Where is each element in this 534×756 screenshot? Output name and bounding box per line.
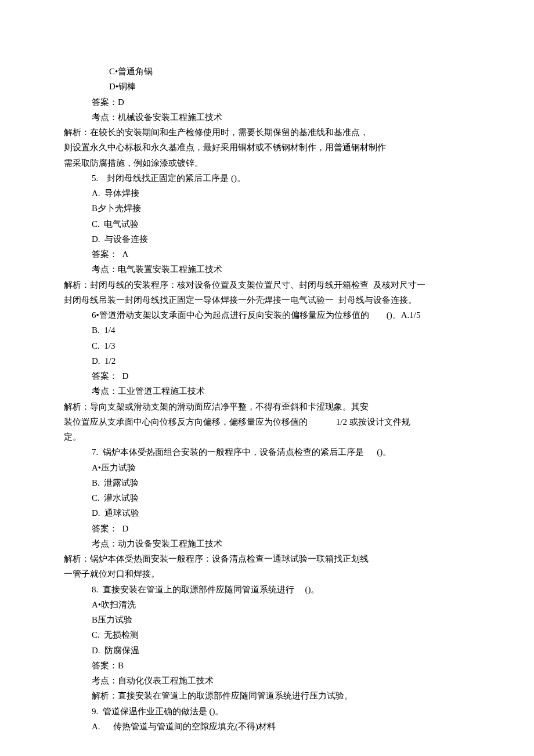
- text-line: D. 防腐保温: [64, 643, 470, 658]
- text-line: A•吹扫清洗: [64, 597, 470, 612]
- text-line: 8. 直接安装在管道上的取源部件应随同管道系统进行 ()。: [64, 582, 470, 597]
- text-line: C. 灌水试验: [64, 490, 470, 505]
- text-line: C. 1/3: [64, 338, 470, 353]
- text-line: 6•管道滑动支架以支承面中心为起点进行反向安装的偏移量应为位移值的 ()。A.1…: [64, 308, 470, 323]
- text-line: 答案： A: [64, 247, 470, 262]
- text-line: A. 导体焊接: [64, 186, 470, 201]
- text-line: 解析：导向支架或滑动支架的滑动面应洁净平整，不得有歪斜和卡涩现象。其安: [64, 399, 470, 414]
- text-line: B夕卜壳焊接: [64, 201, 470, 216]
- text-line: 答案：B: [64, 658, 470, 673]
- text-line: D. 1/2: [64, 353, 470, 368]
- text-line: 定。: [64, 429, 470, 444]
- text-line: D•铜棒: [64, 79, 470, 94]
- text-line: 7. 锅炉本体受热面组合安装的一般程序中，设备清点检查的紧后工序是 ()。: [64, 444, 470, 460]
- text-line: 需采取防腐措施，例如涂漆或镀锌。: [64, 155, 470, 171]
- text-line: 考点：动力设备安装工程施工技术: [64, 536, 470, 551]
- text-line: B. 泄露试验: [64, 475, 470, 490]
- text-line: 答案：D: [64, 95, 470, 110]
- text-line: 封闭母线吊装一封闭母线找正固定一导体焊接一外壳焊接一电气试验一 封母线与设备连接…: [64, 292, 470, 308]
- text-line: C. 无损检测: [64, 627, 470, 642]
- text-line: 答案： D: [64, 521, 470, 536]
- text-line: 解析：直接安装在管道上的取源部件应随同管道系统进行压力试验。: [64, 688, 470, 703]
- text-line: 解析：封闭母线的安装程序：核对设备位置及支架位置尺寸、封闭母线开箱检查 及核对尺…: [64, 277, 470, 292]
- text-line: A. 传热管道与管道间的空隙应填充(不得)材料: [64, 719, 470, 734]
- text-line: A•压力试验: [64, 460, 470, 475]
- text-line: C. 电气试验: [64, 216, 470, 231]
- text-line: 考点：自动化仪表工程施工技术: [64, 673, 470, 688]
- text-line: 则设置永久中心标板和永久基准点，最好采用铜材或不锈钢材制作，用普通钢材制作: [64, 140, 470, 155]
- text-line: 装位置应从支承面中心向位移反方向偏移，偏移量应为位移值的 1/2 或按设计文件规: [64, 414, 470, 429]
- document-body: C•普通角锅D•铜棒答案：D考点：机械设备安装工程施工技术解析：在较长的安装期间…: [64, 64, 470, 734]
- text-line: 9. 管道保温作业正确的做法是 ()。: [64, 704, 470, 719]
- text-line: D. 与设备连接: [64, 231, 470, 247]
- text-line: B. 1/4: [64, 323, 470, 338]
- text-line: 解析：在较长的安装期间和生产检修使用时，需要长期保留的基准线和基准点，: [64, 125, 470, 140]
- text-line: B压力试验: [64, 612, 470, 627]
- text-line: 答案： D: [64, 368, 470, 384]
- text-line: 考点：机械设备安装工程施工技术: [64, 110, 470, 125]
- text-line: 解析：锅炉本体受热面安装一般程序：设备清点检查一通球试验一联箱找正划线: [64, 551, 470, 566]
- text-line: 考点：电气装置安装工程施工技术: [64, 262, 470, 277]
- text-line: 5. 封闭母线找正固定的紧后工序是 ()。: [64, 171, 470, 186]
- text-line: 一管子就位对口和焊接。: [64, 566, 470, 581]
- text-line: C•普通角锅: [64, 64, 470, 79]
- text-line: D. 通球试验: [64, 505, 470, 520]
- text-line: 考点：工业管道工程施工技术: [64, 384, 470, 399]
